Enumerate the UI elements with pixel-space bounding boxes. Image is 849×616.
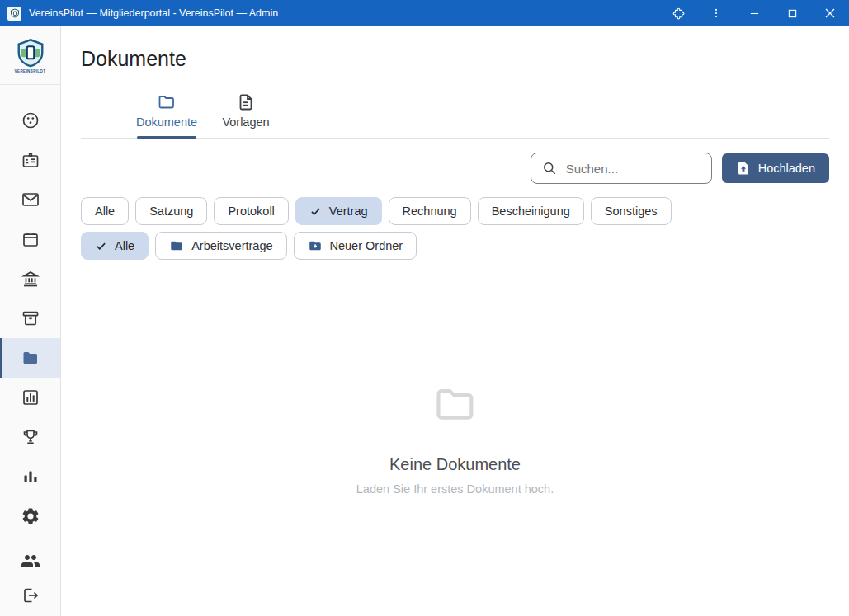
logout-icon <box>21 585 40 605</box>
empty-state-subtitle: Laden Sie Ihr erstes Dokument hoch. <box>356 482 554 496</box>
sidebar-item-documents[interactable] <box>0 338 60 378</box>
filter-chip-alle[interactable]: Alle <box>81 197 129 225</box>
sidebar-item-logout[interactable] <box>0 578 60 613</box>
check-icon <box>95 240 107 252</box>
tab-label: Vorlagen <box>222 115 269 129</box>
chip-label: Sonstiges <box>605 205 658 218</box>
archive-icon <box>21 308 40 328</box>
upload-file-icon <box>736 161 751 176</box>
tab-label: Dokumente <box>136 115 197 129</box>
category-filter-row: Alle Satzung Protokoll Vertrag Rechnung … <box>81 197 829 225</box>
app-logo-icon <box>7 7 21 21</box>
sidebar-logo: VEREINSPILOT <box>0 26 60 84</box>
chip-label: Satzung <box>149 205 193 218</box>
mail-icon <box>21 190 40 209</box>
settings-icon <box>21 506 40 526</box>
folder-icon <box>157 92 177 112</box>
kebab-menu-icon[interactable] <box>697 0 735 26</box>
extensions-icon[interactable] <box>659 0 697 26</box>
vereinspilot-logo-icon <box>16 38 45 68</box>
tabs: Dokumente Vorlagen <box>127 87 829 139</box>
empty-folder-icon <box>432 381 479 429</box>
users-icon <box>21 551 40 571</box>
tab-dokumente[interactable]: Dokumente <box>127 87 206 139</box>
folder-chip-arbeitsvertraege[interactable]: Arbeitsverträge <box>155 232 286 260</box>
main-content: Dokumente Dokumente Vorlagen <box>61 26 849 616</box>
sidebar-item-dashboard[interactable] <box>0 101 60 140</box>
sidebar-item-polls[interactable] <box>0 378 60 417</box>
folder-icon <box>169 238 184 253</box>
folder-icon <box>21 348 40 368</box>
window-title: VereinsPilot — Mitgliederportal - Verein… <box>29 7 278 19</box>
sidebar-item-statistics[interactable] <box>0 457 60 496</box>
sidebar-item-trophies[interactable] <box>0 417 60 457</box>
sidebar-item-archive[interactable] <box>0 299 60 338</box>
minimize-icon[interactable] <box>735 0 773 26</box>
search-box <box>531 153 712 184</box>
page-title: Dokumente <box>81 47 829 71</box>
folder-filter-row: Alle Arbeitsverträge Neuer Ordner <box>81 232 829 260</box>
titlebar-left: VereinsPilot — Mitgliederportal - Verein… <box>0 7 659 21</box>
check-icon <box>309 205 322 218</box>
chip-label: Neuer Ordner <box>330 239 403 252</box>
sidebar-logo-text: VEREINSPILOT <box>15 69 46 73</box>
sidebar-item-mail[interactable] <box>0 180 60 219</box>
sidebar-item-users[interactable] <box>0 543 60 578</box>
maximize-icon[interactable] <box>773 0 811 26</box>
filter-chip-vertrag[interactable]: Vertrag <box>295 197 382 225</box>
sidebar-item-calendar[interactable] <box>0 219 60 259</box>
titlebar: VereinsPilot — Mitgliederportal - Verein… <box>0 0 849 26</box>
tab-vorlagen[interactable]: Vorlagen <box>206 87 285 139</box>
new-folder-button[interactable]: Neuer Ordner <box>294 232 417 260</box>
trophy-icon <box>21 427 40 447</box>
chip-label: Alle <box>115 239 134 252</box>
filter-chip-satzung[interactable]: Satzung <box>135 197 207 225</box>
sidebar-nav <box>0 101 60 536</box>
toolbar: Hochladen <box>81 153 829 184</box>
empty-state-title: Keine Dokumente <box>389 455 521 474</box>
sidebar-divider <box>0 84 60 85</box>
chip-label: Arbeitsverträge <box>191 239 272 252</box>
sidebar-item-settings[interactable] <box>0 496 60 536</box>
filter-chip-sonstiges[interactable]: Sonstiges <box>591 197 672 225</box>
bar-chart-icon <box>21 467 40 487</box>
chip-label: Bescheinigung <box>492 205 570 218</box>
app-window: VereinsPilot — Mitgliederportal - Verein… <box>0 0 849 616</box>
chip-label: Protokoll <box>228 205 274 218</box>
badge-icon <box>21 150 40 170</box>
document-icon <box>236 92 256 112</box>
chip-label: Vertrag <box>329 205 368 218</box>
upload-button[interactable]: Hochladen <box>722 153 829 183</box>
sidebar-item-membership[interactable] <box>0 140 60 180</box>
chip-label: Rechnung <box>403 205 457 218</box>
sidebar-bottom <box>0 543 60 616</box>
close-icon[interactable] <box>811 0 849 26</box>
chip-label: Alle <box>95 205 115 218</box>
filter-chip-protokoll[interactable]: Protokoll <box>214 197 288 225</box>
sidebar: VEREINSPILOT <box>0 26 61 616</box>
sidebar-item-finance[interactable] <box>0 259 60 299</box>
dashboard-icon <box>21 111 40 130</box>
poll-icon <box>21 388 40 407</box>
search-input[interactable] <box>566 162 701 176</box>
search-icon <box>541 160 558 176</box>
calendar-icon <box>21 229 40 249</box>
filter-chip-bescheinigung[interactable]: Bescheinigung <box>478 197 584 225</box>
active-tab-indicator <box>137 136 196 139</box>
folder-plus-icon <box>308 238 323 253</box>
empty-state: Keine Dokumente Laden Sie Ihr erstes Dok… <box>81 260 829 616</box>
folder-chip-alle[interactable]: Alle <box>81 232 149 260</box>
bank-icon <box>21 269 40 289</box>
filter-chip-rechnung[interactable]: Rechnung <box>389 197 471 225</box>
upload-button-label: Hochladen <box>758 162 815 175</box>
